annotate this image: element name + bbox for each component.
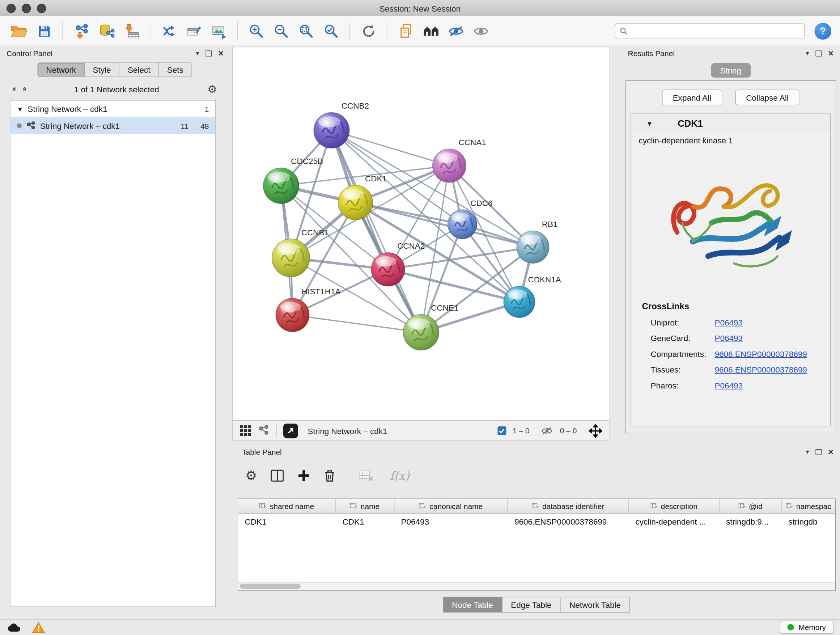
hidden-eye-slash-icon[interactable] (540, 426, 554, 435)
import-network-from-database-button[interactable] (95, 19, 118, 42)
delete-table-button[interactable] (358, 470, 374, 482)
close-window-button[interactable] (6, 4, 16, 13)
minimize-window-button[interactable] (22, 4, 31, 13)
network-node-cdkn1a[interactable] (504, 287, 535, 318)
show-all-button[interactable] (470, 19, 493, 42)
cell-database-identifier[interactable]: 9606.ENSP00000378699 (508, 514, 629, 529)
network-edge[interactable] (355, 203, 533, 247)
selected-checkbox-icon[interactable] (497, 426, 506, 435)
network-node-ccnb2[interactable] (314, 112, 349, 149)
expand-all-icon[interactable]: » (19, 87, 28, 91)
crosslink-uniprot-link[interactable]: P06493 (715, 318, 743, 327)
help-button[interactable]: ? (815, 22, 832, 40)
table-settings-button[interactable]: ⚙ (245, 469, 257, 482)
network-node-ccne1[interactable] (403, 315, 439, 350)
zoom-selected-button[interactable] (320, 19, 343, 42)
panel-menu-icon[interactable]: ▾ (806, 50, 809, 57)
export-table-button[interactable] (182, 19, 205, 42)
horizontal-scrollbar[interactable] (238, 582, 835, 591)
cell-shared-name[interactable]: CDK1 (238, 514, 336, 529)
network-collection-row[interactable]: ▼ String Network – cdk1 1 (11, 101, 216, 118)
tab-style[interactable]: Style (84, 63, 119, 78)
export-image-button[interactable] (207, 19, 230, 42)
network-overview-icon[interactable] (258, 424, 270, 437)
new-network-button[interactable] (157, 19, 180, 42)
tab-node-table[interactable]: Node Table (443, 597, 502, 613)
save-session-button[interactable] (33, 19, 55, 42)
cloud-status-icon[interactable] (6, 622, 21, 632)
hide-selected-button[interactable] (445, 19, 467, 42)
create-column-button[interactable] (297, 469, 310, 482)
gene-card-header[interactable]: ▼ CDK1 (631, 114, 831, 134)
network-edge[interactable] (293, 315, 422, 333)
column-header-namespace[interactable]: namespac (782, 499, 835, 513)
string-results-tab[interactable]: String (711, 63, 751, 78)
collapse-all-icon[interactable]: » (11, 87, 19, 91)
open-session-button[interactable] (8, 19, 30, 42)
cell-id[interactable]: stringdb:9... (720, 514, 782, 529)
detach-view-button[interactable] (283, 423, 298, 438)
column-header-id[interactable]: @id (720, 499, 782, 513)
refresh-view-button[interactable] (357, 19, 380, 42)
search-input[interactable] (615, 23, 805, 39)
tab-sets[interactable]: Sets (158, 63, 192, 78)
network-view-canvas[interactable]: CCNB2CCNA1CDC25BCDK1CDC6RB1CCNB1CCNA2CDK… (232, 47, 609, 421)
float-panel-icon[interactable] (816, 50, 822, 57)
first-neighbors-button[interactable] (420, 19, 442, 42)
network-edge[interactable] (332, 130, 450, 166)
close-panel-icon[interactable]: × (828, 447, 834, 456)
pan-crosshair-icon[interactable] (589, 424, 603, 438)
search-text-field[interactable] (631, 26, 800, 36)
warning-icon[interactable] (32, 622, 45, 633)
function-builder-button[interactable]: f(x) (390, 469, 409, 482)
float-panel-icon[interactable] (816, 449, 822, 455)
table-row[interactable]: CDK1 CDK1 P06493 9606.ENSP00000378699 cy… (238, 514, 835, 529)
close-panel-icon[interactable]: × (218, 49, 224, 58)
close-panel-icon[interactable]: × (828, 49, 834, 58)
tab-network[interactable]: Network (37, 63, 85, 78)
tab-network-table[interactable]: Network Table (560, 597, 630, 613)
network-node-rb1[interactable] (516, 231, 549, 264)
crosslink-tissues-link[interactable]: 9606.ENSP00000378699 (715, 365, 807, 374)
cell-namespace[interactable]: stringdb (782, 514, 835, 529)
column-header-name[interactable]: name (336, 499, 395, 513)
network-node-hist1h1a[interactable] (276, 298, 309, 332)
zoom-out-button[interactable] (270, 19, 293, 42)
network-node-ccna1[interactable] (433, 149, 466, 182)
import-table-from-file-button[interactable] (120, 19, 143, 42)
tab-select[interactable]: Select (119, 63, 159, 78)
panel-menu-icon[interactable]: ▾ (806, 448, 809, 455)
network-node-cdc25b[interactable] (264, 168, 299, 204)
network-node-ccnb1[interactable] (272, 239, 310, 277)
show-columns-button[interactable] (270, 469, 284, 482)
collapse-triangle-icon[interactable]: ▼ (17, 105, 24, 112)
column-header-database-identifier[interactable]: database identifier (508, 499, 629, 513)
network-node-cdk1[interactable] (338, 185, 373, 220)
cell-canonical-name[interactable]: P06493 (395, 514, 508, 529)
column-header-canonical-name[interactable]: canonical name (395, 499, 508, 513)
crosslink-genecard-link[interactable]: P06493 (715, 333, 743, 343)
maximize-window-button[interactable] (37, 4, 46, 13)
scrollbar-thumb[interactable] (240, 584, 301, 589)
collapse-all-button[interactable]: Collapse All (735, 90, 799, 106)
delete-column-button[interactable] (323, 469, 336, 483)
column-header-shared-name[interactable]: shared name (238, 499, 336, 513)
float-panel-icon[interactable] (206, 50, 212, 57)
grid-view-icon[interactable] (240, 424, 251, 437)
network-graph[interactable]: CCNB2CCNA1CDC25BCDK1CDC6RB1CCNB1CCNA2CDK… (233, 48, 609, 421)
copy-document-button[interactable] (395, 19, 417, 42)
network-node-ccna2[interactable] (371, 253, 405, 287)
zoom-in-button[interactable] (245, 19, 268, 42)
network-node-cdc6[interactable] (448, 210, 477, 239)
cell-description[interactable]: cyclin-dependent ... (629, 514, 720, 529)
tab-edge-table[interactable]: Edge Table (502, 597, 561, 613)
memory-button[interactable]: Memory (780, 621, 834, 634)
cell-name[interactable]: CDK1 (336, 514, 395, 529)
crosslink-pharos-link[interactable]: P06493 (715, 381, 743, 390)
zoom-fit-content-button[interactable] (295, 19, 317, 42)
crosslink-compartments-link[interactable]: 9606.ENSP00000378699 (715, 349, 807, 359)
expand-all-button[interactable]: Expand All (662, 90, 722, 106)
network-row[interactable]: String Network – cdk1 11 48 (11, 117, 216, 134)
import-network-from-file-button[interactable] (70, 19, 93, 42)
network-options-gear-icon[interactable]: ⚙ (207, 84, 217, 95)
